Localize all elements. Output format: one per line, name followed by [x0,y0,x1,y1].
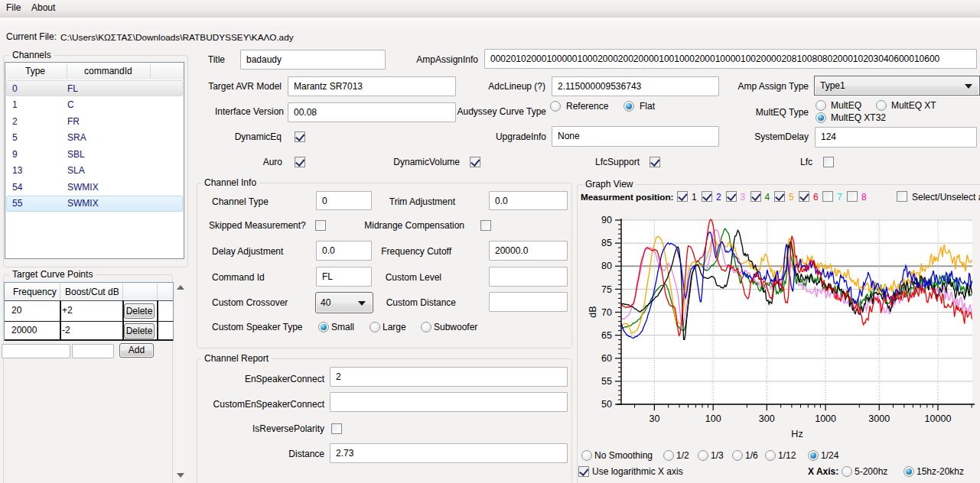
svg-text:3000: 3000 [868,413,890,424]
svg-text:80: 80 [601,261,612,271]
svg-text:300: 300 [759,413,775,424]
svg-text:60: 60 [601,353,612,364]
svg-text:dB: dB [588,306,598,317]
svg-text:55: 55 [601,376,612,387]
svg-text:50: 50 [601,399,612,410]
svg-text:Hz: Hz [791,429,803,439]
svg-text:75: 75 [601,284,612,295]
svg-text:70: 70 [601,307,612,318]
svg-text:85: 85 [601,238,612,248]
svg-text:1000: 1000 [815,413,836,424]
svg-text:30: 30 [649,413,659,424]
svg-text:65: 65 [601,330,612,341]
svg-text:10000: 10000 [925,413,952,424]
svg-text:90: 90 [601,215,612,225]
svg-text:100: 100 [705,413,721,424]
